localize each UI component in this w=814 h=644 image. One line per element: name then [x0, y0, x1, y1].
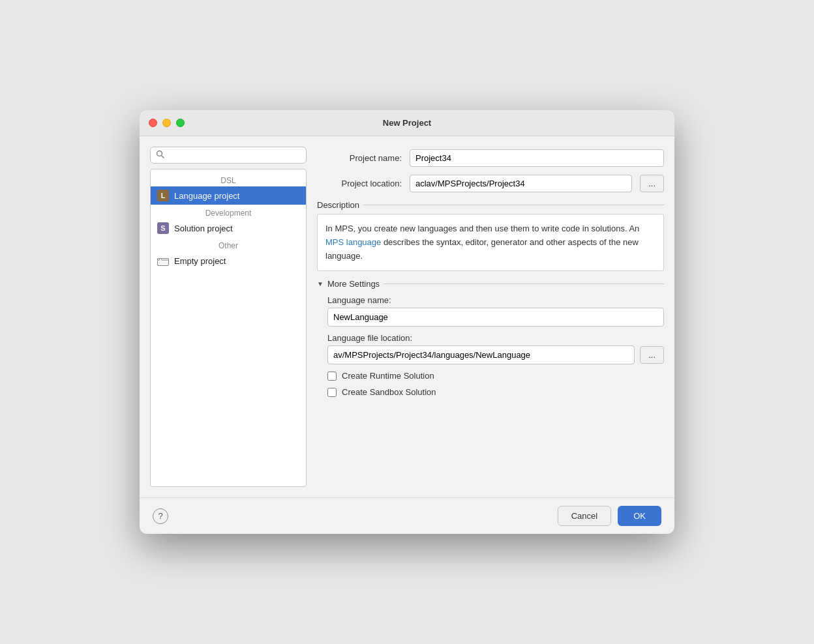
project-location-browse-button[interactable]: ... [640, 175, 664, 192]
cancel-button[interactable]: Cancel [558, 506, 611, 526]
search-icon [156, 150, 164, 160]
empty-project-label: Empty project [174, 256, 226, 266]
group-other: Other [151, 237, 306, 252]
project-name-label: Project name: [317, 153, 402, 163]
language-file-location-input[interactable] [327, 345, 635, 364]
language-project-label: Language project [174, 191, 239, 201]
minimize-button[interactable] [162, 119, 171, 127]
empty-project-icon [157, 255, 169, 267]
language-name-field: Language name: [327, 295, 664, 327]
language-file-location-row: ... [327, 345, 664, 364]
project-type-tree: DSL L Language project Development S Sol… [150, 169, 307, 487]
left-panel: DSL L Language project Development S Sol… [150, 147, 307, 487]
more-settings-label: More Settings [327, 279, 380, 289]
help-button[interactable]: ? [153, 508, 168, 524]
footer-actions: Cancel OK [558, 506, 661, 526]
description-header: Description [317, 200, 664, 210]
dialog-title: New Project [383, 118, 431, 128]
tree-item-language-project[interactable]: L Language project [151, 186, 306, 205]
solution-project-icon: S [157, 222, 169, 234]
search-box[interactable] [150, 147, 307, 164]
right-panel: Project name: Project location: ... Desc… [317, 147, 664, 487]
project-location-label: Project location: [317, 179, 402, 188]
svg-point-0 [157, 151, 162, 156]
description-text1: In MPS, you create new languages and the… [325, 224, 639, 233]
more-settings-section: ▼ More Settings Language name: Language … [317, 279, 664, 397]
create-sandbox-solution-row: Create Sandbox Solution [327, 387, 664, 397]
group-dsl: DSL [151, 172, 306, 186]
search-input[interactable] [168, 151, 301, 160]
create-runtime-solution-label: Create Runtime Solution [342, 371, 434, 381]
create-sandbox-solution-label: Create Sandbox Solution [342, 387, 436, 397]
solution-project-label: Solution project [174, 224, 233, 233]
description-section: Description In MPS, you create new langu… [317, 200, 664, 271]
language-name-input[interactable] [327, 308, 664, 327]
project-location-input[interactable] [410, 175, 632, 192]
description-divider [363, 205, 664, 205]
group-development: Development [151, 205, 306, 219]
language-file-location-label: Language file location: [327, 333, 664, 343]
language-name-label: Language name: [327, 295, 664, 305]
tree-item-solution-project[interactable]: S Solution project [151, 219, 306, 237]
create-sandbox-solution-checkbox[interactable] [327, 388, 337, 397]
traffic-lights [149, 119, 185, 127]
description-title: Description [317, 200, 359, 210]
tree-item-empty-project[interactable]: Empty project [151, 252, 306, 270]
more-settings-header: ▼ More Settings [317, 279, 664, 289]
ok-button[interactable]: OK [618, 506, 661, 526]
project-name-row: Project name: [317, 149, 664, 167]
create-runtime-solution-row: Create Runtime Solution [327, 371, 664, 381]
dialog-footer: ? Cancel OK [140, 497, 674, 534]
project-name-input[interactable] [410, 149, 664, 167]
description-content: In MPS, you create new languages and the… [317, 214, 664, 271]
language-file-location-field: Language file location: ... [327, 333, 664, 364]
chevron-down-icon: ▼ [317, 280, 324, 287]
new-project-dialog: New Project DSL L Language project [140, 110, 674, 534]
mps-language-link[interactable]: MPS language [325, 237, 381, 247]
close-button[interactable] [149, 119, 157, 127]
svg-line-1 [162, 156, 164, 158]
more-settings-form: Language name: Language file location: .… [317, 295, 664, 397]
dialog-body: DSL L Language project Development S Sol… [140, 136, 674, 497]
more-settings-divider [384, 284, 664, 284]
maximize-button[interactable] [176, 119, 185, 127]
project-location-row: Project location: ... [317, 175, 664, 192]
create-runtime-solution-checkbox[interactable] [327, 372, 337, 381]
language-project-icon: L [157, 190, 169, 201]
language-file-location-browse-button[interactable]: ... [640, 346, 664, 364]
titlebar: New Project [140, 110, 674, 136]
